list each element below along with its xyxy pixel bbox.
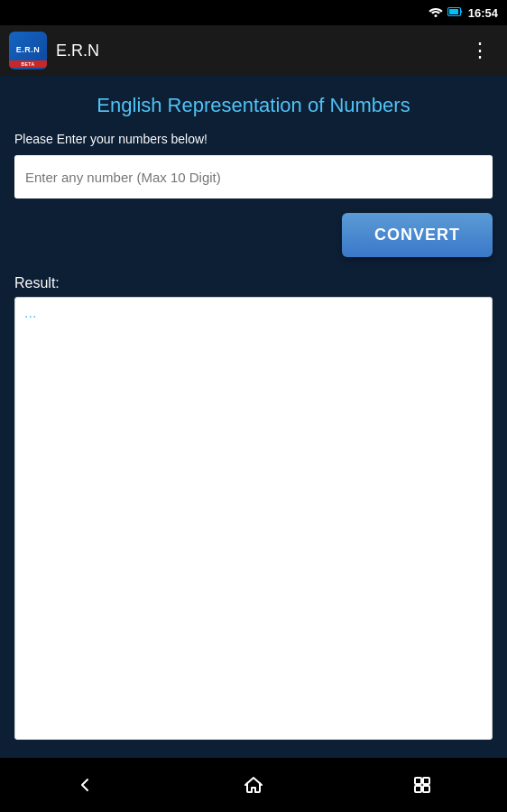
instruction-text: Please Enter your numbers below! xyxy=(14,132,493,146)
svg-rect-5 xyxy=(415,786,421,792)
svg-rect-6 xyxy=(423,786,429,792)
nav-bar xyxy=(0,758,507,812)
home-icon xyxy=(243,774,264,796)
recents-button[interactable] xyxy=(395,767,449,803)
app-logo-text: E.R.N xyxy=(16,46,41,55)
app-bar-title: E.R.N xyxy=(56,42,463,60)
svg-rect-4 xyxy=(423,778,429,784)
number-input[interactable] xyxy=(14,155,493,198)
back-icon xyxy=(74,774,96,796)
svg-rect-2 xyxy=(449,9,458,14)
back-button[interactable] xyxy=(58,767,112,803)
page-title: English Representation of Numbers xyxy=(14,94,493,117)
status-bar: 16:54 xyxy=(0,0,507,25)
status-time: 16:54 xyxy=(468,6,498,20)
app-bar: E.R.N BETA E.R.N ⋮ xyxy=(0,25,507,76)
home-button[interactable] xyxy=(226,767,281,803)
main-content: English Representation of Numbers Please… xyxy=(0,76,507,758)
result-content: ... xyxy=(24,305,36,320)
recents-icon xyxy=(411,774,433,796)
app-logo: E.R.N BETA xyxy=(9,32,47,69)
convert-button[interactable]: CONVERT xyxy=(342,213,493,257)
app-logo-badge: BETA xyxy=(9,60,47,68)
result-label: Result: xyxy=(14,275,493,291)
svg-point-0 xyxy=(434,14,437,17)
battery-icon xyxy=(447,6,464,20)
result-box: ... xyxy=(14,297,493,740)
svg-rect-3 xyxy=(415,778,421,784)
convert-btn-row: CONVERT xyxy=(14,213,493,257)
status-icons: 16:54 xyxy=(429,6,498,20)
wifi-icon xyxy=(429,6,443,20)
overflow-menu-button[interactable]: ⋮ xyxy=(463,32,498,69)
